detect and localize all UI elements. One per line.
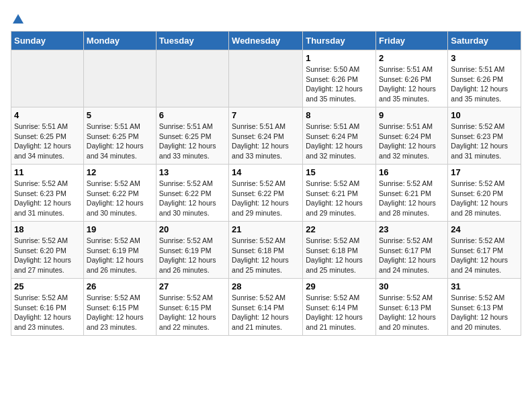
day-number: 20 bbox=[159, 224, 226, 234]
day-info: Sunrise: 5:51 AM Sunset: 6:25 PM Dayligh… bbox=[159, 122, 226, 161]
day-info: Sunrise: 5:52 AM Sunset: 6:14 PM Dayligh… bbox=[306, 293, 373, 332]
day-number: 18 bbox=[14, 224, 81, 234]
calendar-cell: 31Sunrise: 5:52 AM Sunset: 6:13 PM Dayli… bbox=[448, 279, 521, 336]
day-number: 19 bbox=[87, 224, 153, 234]
calendar-cell: 16Sunrise: 5:52 AM Sunset: 6:21 PM Dayli… bbox=[376, 165, 448, 222]
calendar-cell: 29Sunrise: 5:52 AM Sunset: 6:14 PM Dayli… bbox=[303, 279, 376, 336]
day-info: Sunrise: 5:52 AM Sunset: 6:19 PM Dayligh… bbox=[159, 236, 226, 275]
day-number: 4 bbox=[14, 110, 81, 120]
day-number: 21 bbox=[232, 224, 300, 234]
day-number: 22 bbox=[306, 224, 373, 234]
calendar-cell: 12Sunrise: 5:52 AM Sunset: 6:22 PM Dayli… bbox=[83, 165, 156, 222]
day-number: 30 bbox=[379, 281, 445, 291]
day-info: Sunrise: 5:52 AM Sunset: 6:17 PM Dayligh… bbox=[379, 236, 445, 275]
day-info: Sunrise: 5:51 AM Sunset: 6:26 PM Dayligh… bbox=[379, 64, 445, 104]
day-info: Sunrise: 5:51 AM Sunset: 6:25 PM Dayligh… bbox=[87, 122, 153, 161]
calendar-cell: 7Sunrise: 5:51 AM Sunset: 6:24 PM Daylig… bbox=[229, 107, 303, 165]
calendar-week-row: 25Sunrise: 5:52 AM Sunset: 6:16 PM Dayli… bbox=[11, 279, 521, 336]
day-number: 14 bbox=[232, 167, 300, 177]
day-info: Sunrise: 5:52 AM Sunset: 6:21 PM Dayligh… bbox=[379, 179, 445, 218]
day-number: 15 bbox=[306, 167, 373, 177]
day-info: Sunrise: 5:52 AM Sunset: 6:18 PM Dayligh… bbox=[306, 236, 373, 275]
day-number: 29 bbox=[306, 281, 373, 291]
day-number: 13 bbox=[159, 167, 226, 177]
day-info: Sunrise: 5:52 AM Sunset: 6:13 PM Dayligh… bbox=[451, 293, 518, 332]
day-number: 10 bbox=[451, 110, 518, 120]
day-info: Sunrise: 5:51 AM Sunset: 6:26 PM Dayligh… bbox=[451, 64, 518, 104]
day-info: Sunrise: 5:50 AM Sunset: 6:26 PM Dayligh… bbox=[306, 64, 373, 104]
calendar-cell: 19Sunrise: 5:52 AM Sunset: 6:19 PM Dayli… bbox=[83, 222, 156, 279]
day-number: 16 bbox=[379, 167, 445, 177]
calendar-cell: 18Sunrise: 5:52 AM Sunset: 6:20 PM Dayli… bbox=[11, 222, 84, 279]
calendar-cell: 25Sunrise: 5:52 AM Sunset: 6:16 PM Dayli… bbox=[11, 279, 84, 336]
day-info: Sunrise: 5:52 AM Sunset: 6:22 PM Dayligh… bbox=[159, 179, 226, 218]
page-header bbox=[11, 11, 521, 26]
header-tuesday: Tuesday bbox=[156, 32, 228, 50]
calendar-cell: 14Sunrise: 5:52 AM Sunset: 6:22 PM Dayli… bbox=[229, 165, 303, 222]
calendar-cell: 27Sunrise: 5:52 AM Sunset: 6:15 PM Dayli… bbox=[156, 279, 228, 336]
day-number: 23 bbox=[379, 224, 445, 234]
calendar-cell: 10Sunrise: 5:52 AM Sunset: 6:23 PM Dayli… bbox=[448, 107, 521, 165]
day-number: 26 bbox=[87, 281, 153, 291]
header-thursday: Thursday bbox=[303, 32, 376, 50]
day-number: 31 bbox=[451, 281, 518, 291]
day-info: Sunrise: 5:52 AM Sunset: 6:20 PM Dayligh… bbox=[451, 179, 518, 218]
day-info: Sunrise: 5:52 AM Sunset: 6:23 PM Dayligh… bbox=[14, 179, 81, 218]
day-info: Sunrise: 5:52 AM Sunset: 6:20 PM Dayligh… bbox=[14, 236, 81, 275]
logo-text bbox=[11, 11, 24, 26]
calendar-cell: 3Sunrise: 5:51 AM Sunset: 6:26 PM Daylig… bbox=[448, 50, 521, 107]
calendar-cell: 22Sunrise: 5:52 AM Sunset: 6:18 PM Dayli… bbox=[303, 222, 376, 279]
day-number: 7 bbox=[232, 110, 300, 120]
calendar-cell: 8Sunrise: 5:51 AM Sunset: 6:24 PM Daylig… bbox=[303, 107, 376, 165]
day-info: Sunrise: 5:52 AM Sunset: 6:21 PM Dayligh… bbox=[306, 179, 373, 218]
calendar-cell bbox=[229, 50, 303, 107]
calendar-cell: 26Sunrise: 5:52 AM Sunset: 6:15 PM Dayli… bbox=[83, 279, 156, 336]
header-friday: Friday bbox=[376, 32, 448, 50]
day-info: Sunrise: 5:52 AM Sunset: 6:15 PM Dayligh… bbox=[87, 293, 153, 332]
calendar-body: 1Sunrise: 5:50 AM Sunset: 6:26 PM Daylig… bbox=[11, 50, 521, 336]
day-info: Sunrise: 5:52 AM Sunset: 6:23 PM Dayligh… bbox=[451, 122, 518, 161]
calendar-cell: 17Sunrise: 5:52 AM Sunset: 6:20 PM Dayli… bbox=[448, 165, 521, 222]
calendar-cell: 1Sunrise: 5:50 AM Sunset: 6:26 PM Daylig… bbox=[303, 50, 376, 107]
day-info: Sunrise: 5:52 AM Sunset: 6:16 PM Dayligh… bbox=[14, 293, 81, 332]
calendar-cell: 9Sunrise: 5:51 AM Sunset: 6:24 PM Daylig… bbox=[376, 107, 448, 165]
day-number: 17 bbox=[451, 167, 518, 177]
day-number: 9 bbox=[379, 110, 445, 120]
day-number: 25 bbox=[14, 281, 81, 291]
calendar-header-row: SundayMondayTuesdayWednesdayThursdayFrid… bbox=[11, 32, 521, 50]
calendar-week-row: 1Sunrise: 5:50 AM Sunset: 6:26 PM Daylig… bbox=[11, 50, 521, 107]
calendar-cell: 24Sunrise: 5:52 AM Sunset: 6:17 PM Dayli… bbox=[448, 222, 521, 279]
day-number: 27 bbox=[159, 281, 226, 291]
calendar-cell: 5Sunrise: 5:51 AM Sunset: 6:25 PM Daylig… bbox=[83, 107, 156, 165]
calendar-cell: 4Sunrise: 5:51 AM Sunset: 6:25 PM Daylig… bbox=[11, 107, 84, 165]
calendar-cell: 6Sunrise: 5:51 AM Sunset: 6:25 PM Daylig… bbox=[156, 107, 228, 165]
calendar-cell: 30Sunrise: 5:52 AM Sunset: 6:13 PM Dayli… bbox=[376, 279, 448, 336]
day-info: Sunrise: 5:52 AM Sunset: 6:18 PM Dayligh… bbox=[232, 236, 300, 275]
header-sunday: Sunday bbox=[11, 32, 84, 50]
day-info: Sunrise: 5:51 AM Sunset: 6:24 PM Dayligh… bbox=[306, 122, 373, 161]
day-info: Sunrise: 5:52 AM Sunset: 6:15 PM Dayligh… bbox=[159, 293, 226, 332]
calendar-cell bbox=[83, 50, 156, 107]
calendar-week-row: 4Sunrise: 5:51 AM Sunset: 6:25 PM Daylig… bbox=[11, 107, 521, 165]
day-number: 8 bbox=[306, 110, 373, 120]
day-number: 12 bbox=[87, 167, 153, 177]
day-number: 5 bbox=[87, 110, 153, 120]
logo bbox=[11, 11, 24, 26]
day-number: 2 bbox=[379, 53, 445, 63]
header-wednesday: Wednesday bbox=[229, 32, 303, 50]
day-info: Sunrise: 5:52 AM Sunset: 6:22 PM Dayligh… bbox=[232, 179, 300, 218]
calendar-cell: 13Sunrise: 5:52 AM Sunset: 6:22 PM Dayli… bbox=[156, 165, 228, 222]
calendar-table: SundayMondayTuesdayWednesdayThursdayFrid… bbox=[11, 31, 521, 336]
calendar-cell: 15Sunrise: 5:52 AM Sunset: 6:21 PM Dayli… bbox=[303, 165, 376, 222]
calendar-week-row: 18Sunrise: 5:52 AM Sunset: 6:20 PM Dayli… bbox=[11, 222, 521, 279]
calendar-cell: 28Sunrise: 5:52 AM Sunset: 6:14 PM Dayli… bbox=[229, 279, 303, 336]
day-number: 28 bbox=[232, 281, 300, 291]
svg-marker-0 bbox=[13, 14, 24, 24]
day-info: Sunrise: 5:51 AM Sunset: 6:25 PM Dayligh… bbox=[14, 122, 81, 161]
day-number: 1 bbox=[306, 53, 373, 63]
day-info: Sunrise: 5:52 AM Sunset: 6:22 PM Dayligh… bbox=[87, 179, 153, 218]
day-info: Sunrise: 5:51 AM Sunset: 6:24 PM Dayligh… bbox=[379, 122, 445, 161]
day-number: 24 bbox=[451, 224, 518, 234]
day-info: Sunrise: 5:52 AM Sunset: 6:19 PM Dayligh… bbox=[87, 236, 153, 275]
day-info: Sunrise: 5:52 AM Sunset: 6:13 PM Dayligh… bbox=[379, 293, 445, 332]
